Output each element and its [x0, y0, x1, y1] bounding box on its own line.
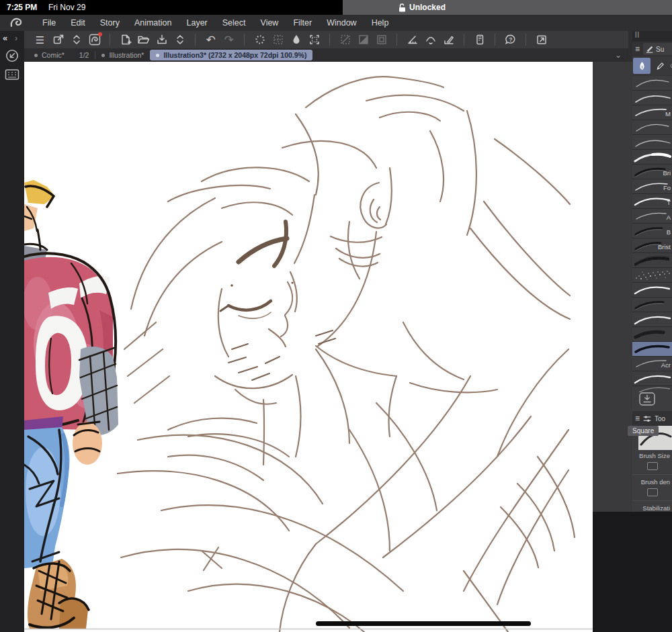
download-brush-button[interactable] — [639, 392, 655, 406]
collapse-palettes-icon[interactable]: « — [3, 33, 7, 43]
notification-badge — [98, 32, 102, 36]
tab-comic[interactable]: Comic* 1/2 — [28, 50, 95, 60]
undo-button[interactable]: ↶ — [202, 31, 220, 48]
status-date: Fri Nov 29 — [48, 3, 85, 12]
lineart-sketch — [118, 77, 575, 632]
brush-row[interactable] — [632, 327, 672, 342]
tool-tab-marker-partial[interactable] — [669, 58, 672, 74]
frame-border-button[interactable] — [305, 31, 323, 48]
menu-select[interactable]: Select — [215, 15, 253, 31]
brush-row[interactable] — [632, 268, 672, 283]
menu-filter[interactable]: Filter — [286, 15, 319, 31]
tool-property-tab[interactable]: Too — [655, 415, 665, 422]
brush-row[interactable] — [632, 91, 672, 105]
brush-row[interactable]: B — [632, 224, 672, 238]
brush-row-selected[interactable] — [632, 342, 672, 357]
lock-status: Unlocked — [398, 0, 446, 15]
palette-menu-icon[interactable]: ≡ — [635, 414, 640, 423]
tool-property-header: ≡ Too — [632, 411, 672, 426]
companion-mode-button[interactable] — [470, 31, 489, 48]
palette-drag-handle[interactable]: || — [632, 31, 672, 42]
brush-row[interactable]: M — [632, 105, 672, 120]
tool-tab-pen[interactable] — [633, 58, 650, 74]
brush-row[interactable] — [632, 283, 672, 298]
tab-dot — [34, 54, 38, 57]
home-indicator[interactable] — [316, 621, 531, 626]
menu-window[interactable]: Window — [319, 15, 364, 31]
export-button[interactable] — [49, 31, 67, 48]
menu-layer[interactable]: Layer — [179, 15, 214, 31]
clip-studio-logo-icon[interactable] — [9, 17, 24, 29]
drawing-canvas[interactable] — [24, 62, 593, 632]
expand-palettes-icon[interactable]: › — [15, 33, 17, 43]
status-time: 7:25 PM — [7, 3, 37, 12]
new-canvas-button[interactable] — [116, 31, 134, 48]
redo-button[interactable]: ↷ — [220, 31, 238, 48]
help-button[interactable]: ? — [501, 31, 519, 48]
tab-illustration[interactable]: Illustration* — [95, 50, 150, 60]
brush-row[interactable] — [632, 371, 672, 386]
brush-row[interactable] — [632, 76, 672, 91]
workspace-switch-button[interactable] — [67, 31, 85, 48]
invert-selection-button[interactable] — [354, 31, 372, 48]
marker-icon — [669, 60, 672, 72]
snap-to-guide-button[interactable] — [439, 31, 458, 48]
property-brush-size-label: Brush Size — [632, 451, 672, 461]
tool-tab-pencil[interactable] — [651, 58, 669, 74]
brush-row[interactable] — [632, 135, 672, 150]
brush-row[interactable] — [632, 312, 672, 327]
character-sketch — [24, 180, 118, 629]
save-button[interactable] — [153, 31, 171, 48]
menu-view[interactable]: View — [253, 15, 286, 31]
left-edge-bar: « › — [0, 31, 24, 632]
brush-list: M Bri Fo T A B Brist Acr — [632, 76, 672, 386]
palette-empty-area — [593, 512, 672, 632]
page-indicator: 1/2 — [79, 51, 89, 59]
brush-row[interactable] — [632, 120, 672, 135]
select-layer-button[interactable] — [269, 31, 287, 48]
subtool-palette-tab[interactable]: Su — [643, 43, 672, 55]
brush-row[interactable]: T — [632, 194, 672, 209]
menu-help[interactable]: Help — [364, 15, 396, 31]
tab-dot — [101, 54, 105, 57]
svg-text:?: ? — [509, 36, 512, 43]
processing-spinner-icon — [251, 31, 269, 48]
selection-border-button[interactable] — [372, 31, 390, 48]
command-toolbar: ☰ ↶ ↷ — [24, 31, 628, 48]
pen-tab-icon — [646, 45, 654, 53]
unlock-icon — [398, 3, 406, 12]
save-options-button[interactable] — [171, 31, 189, 48]
status-bar: 7:25 PM Fri Nov 29 Unlocked — [0, 0, 672, 15]
subtool-palette-header: ≡ Su — [632, 42, 672, 56]
brush-row[interactable]: Brist — [632, 238, 672, 253]
menu-story[interactable]: Story — [93, 15, 127, 31]
fullscreen-button[interactable] — [532, 31, 550, 48]
brush-row[interactable] — [632, 150, 672, 165]
brush-row[interactable] — [632, 298, 672, 312]
menu-edit[interactable]: Edit — [63, 15, 93, 31]
snap-to-ruler-button[interactable] — [403, 31, 421, 48]
brush-row[interactable]: Bri — [632, 165, 672, 179]
brush-row[interactable]: Acr — [632, 357, 672, 371]
quick-access-icon[interactable] — [5, 48, 19, 63]
palette-menu-icon[interactable]: ≡ — [635, 44, 640, 54]
brush-density-slider[interactable] — [647, 488, 658, 496]
snap-to-special-ruler-button[interactable] — [421, 31, 439, 48]
clip-studio-app-button[interactable] — [85, 31, 103, 48]
menu-file[interactable]: File — [35, 15, 63, 31]
tab-illustration3-active[interactable]: Illustration3* (2732 x 2048px 72dpi 100.… — [150, 50, 312, 60]
fill-tool-button[interactable] — [287, 31, 305, 48]
menu-animation[interactable]: Animation — [127, 15, 179, 31]
brush-row[interactable] — [632, 253, 672, 268]
deselect-button[interactable] — [336, 31, 354, 48]
brush-row[interactable]: Fo — [632, 179, 672, 194]
canvas-artwork — [24, 62, 593, 632]
main-menu-button[interactable]: ☰ — [31, 31, 49, 48]
brush-row[interactable]: A — [632, 209, 672, 224]
tab-list-chevron-icon[interactable]: ⌄ — [615, 50, 622, 60]
command-bar-icon[interactable] — [5, 69, 19, 81]
canvas-tab-bar: Comic* 1/2 Illustration* Illustration3* … — [24, 48, 628, 62]
brush-size-slider[interactable] — [647, 462, 658, 470]
open-file-button[interactable] — [134, 31, 153, 48]
lineart-accents — [220, 222, 294, 311]
